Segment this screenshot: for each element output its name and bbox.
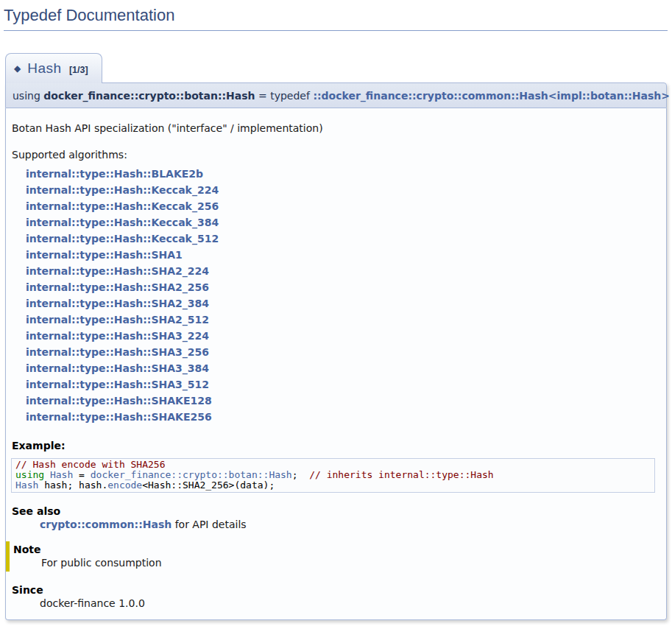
algorithm-link[interactable]: internal::type::Hash::Keccak_224 [26,184,219,196]
algorithm-link[interactable]: internal::type::Hash::SHA3_224 [26,330,209,342]
supported-algorithms-label: Supported algorithms: [12,149,660,161]
code-line: Hash hash; hash.encode<Hash::SHA2_256>(d… [15,480,651,491]
algorithm-list-item: internal::type::Hash::Keccak_224 [26,182,660,198]
see-also-label: See also [12,505,660,517]
code-line: using Hash = docker_finance::crypto::bot… [15,470,651,480]
see-also-content: crypto::common::Hash for API details [40,519,660,530]
code-link[interactable]: encode [107,479,142,491]
algorithm-list-item: internal::type::Hash::SHA3_384 [26,360,660,376]
algorithm-link[interactable]: internal::type::Hash::Keccak_384 [26,217,219,228]
since-section: Since docker-finance 1.0.0 [12,584,660,609]
algorithm-link[interactable]: internal::type::Hash::SHA3_384 [26,362,209,374]
note-label: Note [13,544,660,555]
doc-contents: Typedef Documentation ◆Hash [1/3] using … [0,0,672,620]
algorithm-link[interactable]: internal::type::Hash::SHA2_256 [26,281,209,293]
algorithm-list-item: internal::type::Hash::SHAKE256 [26,409,660,425]
permalink-anchor-icon[interactable]: ◆ [14,63,21,74]
proto-name: docker_finance::crypto::botan::Hash [43,90,255,102]
algorithm-link[interactable]: internal::type::Hash::Keccak_512 [26,233,219,245]
algorithm-list-item: internal::type::Hash::SHA1 [26,247,660,263]
algorithm-list-item: internal::type::Hash::BLAKE2b [26,166,660,182]
member-prototype: using docker_finance::crypto::botan::Has… [5,82,667,108]
algorithm-list-item: internal::type::Hash::SHA2_512 [26,312,660,328]
see-also-section: See also crypto::common::Hash for API de… [12,505,660,530]
algorithm-link[interactable]: internal::type::Hash::SHA2_384 [26,298,209,309]
member-overload-count: [1/3] [69,65,88,75]
algorithm-list-item: internal::type::Hash::SHAKE128 [26,393,660,409]
algorithm-list-item: internal::type::Hash::SHA3_224 [26,328,660,344]
member-tab: ◆Hash [1/3] [5,53,102,83]
algorithm-list-item: internal::type::Hash::SHA3_512 [26,376,660,393]
code-token-plain: <Hash::SHA2_256>(data); [142,479,275,491]
member-body: using docker_finance::crypto::botan::Has… [5,82,667,620]
algorithm-link[interactable]: internal::type::Hash::SHA2_512 [26,314,209,326]
code-token-plain: ; [292,469,309,480]
algorithm-list-item: internal::type::Hash::SHA2_224 [26,263,660,279]
algorithm-link[interactable]: internal::type::Hash::SHA3_256 [26,346,209,358]
member-name: Hash [27,60,61,76]
algorithm-link-list: internal::type::Hash::BLAKE2binternal::t… [12,166,660,425]
note-section: Note For public consumption [6,541,660,572]
section-heading: Typedef Documentation [4,4,668,31]
since-label: Since [12,584,660,596]
code-line: // Hash encode with SHA256 [15,460,651,470]
typedef-member: ◆Hash [1/3] using docker_finance::crypto… [5,53,667,620]
example-label: Example: [12,440,660,451]
example-section: Example: [12,440,660,451]
code-link[interactable]: Hash [50,469,73,480]
member-doc: Botan Hash API specialization ("interfac… [5,108,667,620]
code-link[interactable]: Hash [15,479,38,491]
proto-keyword: using [13,90,40,102]
algorithm-link[interactable]: internal::type::Hash::SHAKE128 [26,395,212,407]
code-token-plain: = [73,469,90,480]
algorithm-list-item: internal::type::Hash::Keccak_256 [26,198,660,214]
code-token-comment: // inherits internal::type::Hash [309,469,493,480]
see-also-suffix: for API details [171,519,246,530]
algorithm-list-item: internal::type::Hash::Keccak_384 [26,214,660,231]
algorithm-link[interactable]: internal::type::Hash::SHA3_512 [26,379,209,390]
proto-target-link[interactable]: ::docker_finance::crypto::common::Hash<i… [313,90,670,102]
code-link[interactable]: docker_finance::crypto::botan::Hash [91,469,292,480]
code-example-block: // Hash encode with SHA256using Hash = d… [11,458,655,493]
description-text: Botan Hash API specialization ("interfac… [12,122,660,134]
code-token-comment: // Hash encode with SHA256 [15,459,166,470]
code-token-plain [44,469,50,480]
code-token-plain: hash; hash. [38,479,107,491]
algorithm-list-item: internal::type::Hash::Keccak_512 [26,231,660,247]
note-text: For public consumption [41,557,660,569]
algorithm-link[interactable]: internal::type::Hash::SHA2_224 [26,265,209,277]
algorithm-list-item: internal::type::Hash::SHA2_384 [26,295,660,312]
code-token-keyword: using [15,469,44,480]
algorithm-link[interactable]: internal::type::Hash::SHA1 [26,249,183,261]
algorithm-list-item: internal::type::Hash::SHA2_256 [26,279,660,295]
algorithm-link[interactable]: internal::type::Hash::Keccak_256 [26,200,219,212]
algorithm-link[interactable]: internal::type::Hash::SHAKE256 [26,411,212,423]
proto-connector: = typedef [258,90,310,102]
see-also-link[interactable]: crypto::common::Hash [40,519,171,530]
since-text: docker-finance 1.0.0 [40,597,660,609]
algorithm-link[interactable]: internal::type::Hash::BLAKE2b [26,168,203,180]
algorithm-list-item: internal::type::Hash::SHA3_256 [26,344,660,360]
